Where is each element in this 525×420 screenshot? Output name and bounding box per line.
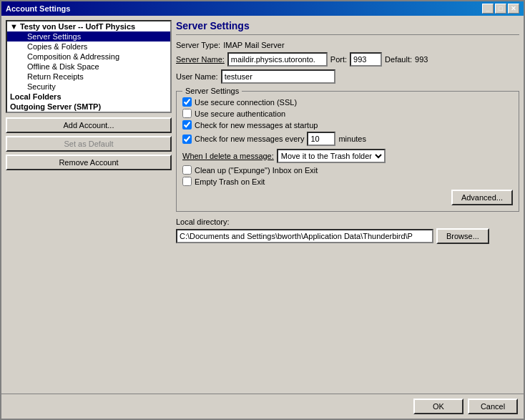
every-label: Check for new messages every: [195, 135, 304, 143]
minutes-input[interactable]: [307, 132, 335, 146]
startup-label: Check for new messages at startup: [195, 121, 318, 130]
dialog-title: Account Settings: [6, 4, 70, 13]
server-name-input[interactable]: [227, 52, 328, 67]
tree-item-local-folders[interactable]: Local Folders: [7, 92, 170, 102]
delete-label: When I delete a message:: [182, 152, 274, 160]
footer: OK Cancel: [1, 394, 524, 419]
user-name-row: User Name:: [176, 69, 519, 84]
server-name-label: Server Name:: [176, 55, 225, 64]
group-inner: Use secure connection (SSL) Use secure a…: [182, 97, 513, 191]
remove-account-button[interactable]: Remove Account: [6, 155, 172, 170]
set-default-button[interactable]: Set as Default: [6, 136, 172, 152]
local-dir-input[interactable]: [176, 229, 433, 243]
delete-select[interactable]: Move it to the Trash folderMark it as de…: [277, 149, 386, 163]
minimize-button[interactable]: _: [482, 4, 494, 14]
expunge-row: Clean up ("Expunge") Inbox on Exit: [182, 165, 513, 175]
local-dir-row: Browse...: [176, 228, 519, 244]
left-button-area: Add Account... Set as Default Remove Acc…: [6, 113, 172, 170]
tree-item-copies-folders[interactable]: Copies & Folders: [7, 41, 170, 52]
tree-item-testy[interactable]: ▼ Testy von User -- UofT Physics: [7, 21, 170, 31]
advanced-button[interactable]: Advanced...: [451, 190, 513, 205]
browse-button[interactable]: Browse...: [436, 228, 489, 244]
main-content: ▼ Testy von User -- UofT PhysicsServer S…: [1, 16, 524, 394]
auth-checkbox[interactable]: [182, 109, 192, 118]
default-label: Default:: [385, 55, 412, 64]
local-dir-label: Local directory:: [176, 218, 519, 226]
every-checkbox[interactable]: [182, 135, 192, 144]
title-bar-buttons: _ □ ✕: [482, 4, 519, 14]
auth-label: Use secure authentication: [195, 109, 285, 118]
close-button[interactable]: ✕: [508, 4, 519, 14]
startup-row: Check for new messages at startup: [182, 120, 513, 130]
ssl-checkbox[interactable]: [182, 97, 192, 107]
port-input[interactable]: [350, 52, 382, 67]
ssl-label: Use secure connection (SSL): [195, 98, 297, 107]
account-settings-dialog: Account Settings _ □ ✕ ▼ Testy von User …: [0, 0, 525, 420]
user-name-input[interactable]: [221, 69, 335, 84]
server-type-value: IMAP Mail Server: [223, 41, 284, 49]
local-dir-section: Local directory: Browse...: [176, 218, 519, 247]
maximize-button[interactable]: □: [495, 4, 506, 14]
tree-item-security[interactable]: Security: [7, 82, 170, 92]
tree-item-offline[interactable]: Offline & Disk Space: [7, 62, 170, 72]
add-account-button[interactable]: Add Account...: [6, 117, 172, 133]
startup-checkbox[interactable]: [182, 120, 192, 130]
expunge-label: Clean up ("Expunge") Inbox on Exit: [195, 166, 318, 175]
cancel-button[interactable]: Cancel: [468, 399, 518, 414]
expunge-checkbox[interactable]: [182, 165, 192, 175]
tree-item-outgoing-smtp[interactable]: Outgoing Server (SMTP): [7, 102, 170, 112]
tree-item-server-settings[interactable]: Server Settings: [7, 31, 170, 41]
delete-row: When I delete a message: Move it to the …: [182, 149, 513, 163]
port-label: Port:: [330, 55, 347, 64]
server-type-label: Server Type:: [176, 41, 220, 49]
tree-item-return-receipts[interactable]: Return Receipts: [7, 72, 170, 82]
group-label: Server Settings: [182, 87, 242, 95]
minutes-label: minutes: [338, 135, 366, 143]
empty-trash-row: Empty Trash on Exit: [182, 177, 513, 186]
panel-title: Server Settings: [176, 20, 519, 35]
ssl-row: Use secure connection (SSL): [182, 97, 513, 107]
default-value: 993: [415, 55, 428, 64]
user-name-label: User Name:: [176, 72, 218, 81]
empty-trash-label: Empty Trash on Exit: [195, 177, 265, 186]
every-row: Check for new messages every minutes: [182, 132, 513, 146]
empty-trash-checkbox[interactable]: [182, 177, 192, 186]
auth-row: Use secure authentication: [182, 109, 513, 118]
server-type-row: Server Type: IMAP Mail Server: [176, 41, 519, 49]
ok-button[interactable]: OK: [413, 399, 463, 414]
server-settings-group: Server Settings Use secure connection (S…: [176, 91, 519, 212]
tree-item-composition[interactable]: Composition & Addressing: [7, 52, 170, 62]
server-name-row: Server Name: Port: Default: 993: [176, 52, 519, 67]
account-tree: ▼ Testy von User -- UofT PhysicsServer S…: [6, 20, 172, 113]
left-panel-wrapper: ▼ Testy von User -- UofT PhysicsServer S…: [6, 20, 172, 389]
right-panel: Server Settings Server Type: IMAP Mail S…: [176, 20, 519, 389]
title-bar: Account Settings _ □ ✕: [1, 1, 524, 16]
